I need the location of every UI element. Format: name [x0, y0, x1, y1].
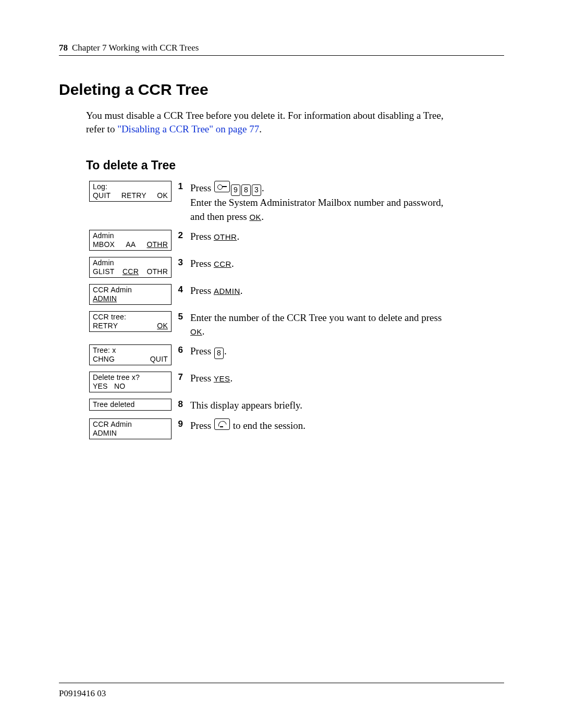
softkey: OK: [157, 191, 168, 200]
step-row: CCR tree:RETRYOK5Enter the number of the…: [89, 311, 504, 338]
step-instruction: Press YES.: [190, 372, 232, 385]
step-instruction: Press OTHR.: [190, 230, 239, 243]
softkey: RETRY: [121, 191, 146, 200]
softkey: CCR: [123, 267, 139, 276]
step-number: 5: [172, 311, 190, 322]
softkey-label: OTHR: [214, 232, 237, 241]
step-row: CCR AdminADMIN9Press to end the session.: [89, 418, 504, 439]
softkey-label: ADMIN: [214, 287, 240, 295]
softkey: MBOX: [93, 240, 115, 249]
dialpad-key-3: 3: [252, 184, 261, 196]
display-softkeys: ADMIN: [93, 429, 168, 438]
section-heading: To delete a Tree: [86, 158, 504, 172]
softkey: OTHR: [147, 267, 168, 276]
step-number: 1: [172, 181, 190, 192]
phone-display: Log:QUITRETRYOK: [89, 181, 172, 202]
steps-list: Log:QUITRETRYOK1Press 983.Enter the Syst…: [89, 181, 504, 439]
step-row: AdminMBOXAAOTHR2Press OTHR.: [89, 230, 504, 251]
softkey: CHNG: [93, 355, 115, 364]
page-header: 78 Chapter 7 Working with CCR Trees: [59, 43, 504, 56]
step-instruction: Press 8.: [190, 344, 227, 359]
display-line-1: Admin: [93, 258, 168, 267]
softkey: OTHR: [147, 240, 168, 249]
intro-text-b: .: [259, 124, 262, 134]
display-softkeys: QUITRETRYOK: [93, 191, 168, 200]
step-instruction: This display appears briefly.: [190, 399, 302, 412]
phone-display: AdminGLISTCCROTHR: [89, 257, 172, 278]
step-row: Delete tree x?YES NO7Press YES.: [89, 372, 504, 392]
display-line-1: CCR tree:: [93, 313, 168, 322]
step-instruction: Enter the number of the CCR Tree you wan…: [190, 311, 456, 338]
phone-display: Tree deleted: [89, 399, 172, 411]
step-number: 6: [172, 344, 190, 355]
cross-reference-link[interactable]: "Disabling a CCR Tree" on page 77: [117, 124, 259, 134]
display-line-1: Log:: [93, 182, 168, 191]
display-line-1: CCR Admin: [93, 286, 168, 294]
step-instruction: Press CCR.: [190, 257, 234, 270]
phone-display: CCR AdminADMIN: [89, 284, 172, 305]
step-number: 4: [172, 284, 190, 295]
step-instruction: Press ADMIN.: [190, 284, 242, 298]
display-line-1: Admin: [93, 231, 168, 240]
display-softkeys: CHNGQUIT: [93, 355, 168, 364]
dialpad-key-9: 9: [231, 184, 240, 196]
page-footer: P0919416 03: [59, 683, 504, 699]
softkey: QUIT: [93, 191, 111, 200]
softkey-label: OK: [249, 213, 261, 221]
display-softkeys: ADMIN: [93, 294, 168, 303]
softkey-label: CCR: [214, 260, 231, 268]
softkey: OK: [157, 322, 168, 330]
step-instruction: Press 983.Enter the System Administrator…: [190, 181, 456, 223]
display-softkeys: RETRYOK: [93, 322, 168, 330]
display-line-1: CCR Admin: [93, 420, 168, 429]
softkey: ADMIN: [93, 294, 117, 303]
intro-paragraph: You must disable a CCR Tree before you d…: [86, 109, 461, 135]
phone-display: Tree: xCHNGQUIT: [89, 344, 172, 365]
step-row: CCR AdminADMIN4Press ADMIN.: [89, 284, 504, 305]
step-number: 8: [172, 399, 190, 410]
softkey: GLIST: [93, 267, 114, 276]
page-number: 78: [59, 43, 68, 53]
display-softkeys: MBOXAAOTHR: [93, 240, 168, 249]
softkey: ADMIN: [93, 429, 117, 438]
feature-key-icon: [214, 181, 230, 192]
dialpad-key-8: 8: [214, 348, 224, 359]
display-line-1: Tree deleted: [93, 400, 168, 409]
dialpad-key-8: 8: [241, 184, 251, 196]
step-number: 7: [172, 372, 190, 382]
softkey: RETRY: [93, 322, 118, 330]
step-number: 2: [172, 230, 190, 241]
softkey: AA: [126, 240, 136, 249]
phone-display: Delete tree x?YES NO: [89, 372, 172, 392]
softkey: QUIT: [150, 355, 168, 364]
display-softkeys: GLISTCCROTHR: [93, 267, 168, 276]
softkey-label: YES: [214, 374, 230, 383]
step-row: Log:QUITRETRYOK1Press 983.Enter the Syst…: [89, 181, 504, 223]
step-row: Tree: xCHNGQUIT6Press 8.: [89, 344, 504, 365]
chapter-title: Chapter 7 Working with CCR Trees: [72, 43, 199, 53]
softkey-label: OK: [190, 327, 202, 336]
phone-display: CCR tree:RETRYOK: [89, 311, 172, 332]
display-line-1: Tree: x: [93, 346, 168, 355]
phone-display: CCR AdminADMIN: [89, 418, 172, 439]
step-instruction: Press to end the session.: [190, 418, 305, 433]
step-number: 3: [172, 257, 190, 268]
page-title: Deleting a CCR Tree: [59, 81, 504, 98]
release-key-icon: [214, 418, 230, 430]
step-row: AdminGLISTCCROTHR3Press CCR.: [89, 257, 504, 278]
display-line-1: Delete tree x?: [93, 373, 168, 382]
phone-display: AdminMBOXAAOTHR: [89, 230, 172, 251]
step-row: Tree deleted8This display appears briefl…: [89, 399, 504, 412]
display-softkeys: YES NO: [93, 382, 168, 391]
step-number: 9: [172, 418, 190, 429]
